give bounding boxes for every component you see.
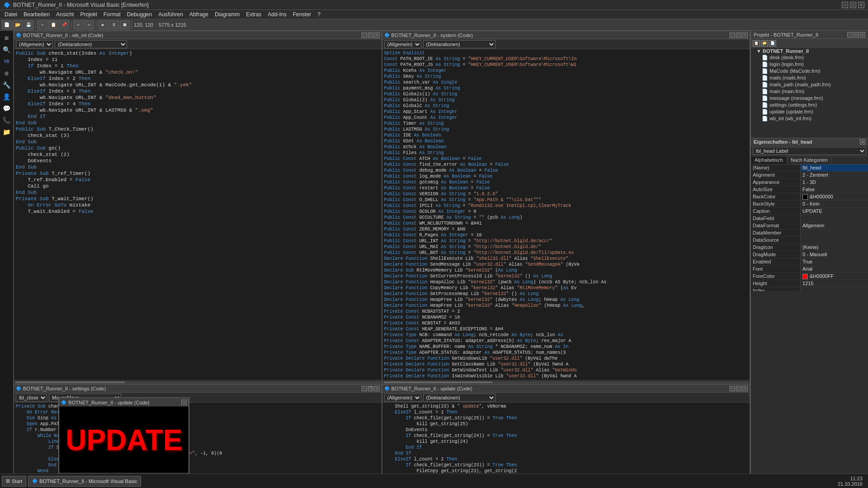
prop-value-11[interactable]: (Keine) xyxy=(801,244,868,251)
prop-value-5[interactable]: 0 - Kein xyxy=(801,201,868,207)
prop-value-13[interactable]: True xyxy=(801,258,868,265)
menu-item-?[interactable]: ? xyxy=(315,10,323,19)
wb-int-scrollbar[interactable] xyxy=(14,380,382,384)
tab-alphabetical[interactable]: Alphabetisch xyxy=(751,156,787,164)
update-combo1[interactable]: (Allgemein) xyxy=(384,394,421,402)
icon-settings[interactable]: ⚙ xyxy=(1,68,12,79)
prop-value-2[interactable]: 1 - 3D xyxy=(801,179,868,186)
prop-value-14[interactable]: Arial xyxy=(801,266,868,272)
update-overlay-panel[interactable]: 🔷 BOTNET_Runner_II - update (Code) × UPD… xyxy=(58,398,189,477)
menu-item-ansicht[interactable]: Ansicht xyxy=(53,10,76,19)
system-combo2[interactable]: (Deklarationen) xyxy=(423,40,495,48)
toolbar-paste-btn[interactable]: 📌 xyxy=(59,20,69,29)
prop-value-4[interactable]: &H000000 xyxy=(801,193,868,200)
menu-item-datei[interactable]: Datei xyxy=(2,10,20,19)
project-item-4[interactable]: 📄 mails_path (mails_path.frm) xyxy=(751,81,868,88)
wb-int-combo2[interactable]: (Deklarationen) xyxy=(55,40,127,48)
prop-value-6[interactable]: UPDATE xyxy=(801,208,868,215)
project-item-9[interactable]: 📄 wb_int (wb_int.frm) xyxy=(751,115,868,122)
prop-value-7[interactable] xyxy=(801,215,868,222)
wb-int-min-btn[interactable]: − xyxy=(362,33,367,38)
project-view-btn3[interactable]: 📄 xyxy=(769,40,776,47)
project-view-btn2[interactable]: 📁 xyxy=(761,40,768,47)
prop-value-1[interactable]: 2 - Zentriert xyxy=(801,172,868,178)
icon-user[interactable]: 👤 xyxy=(1,91,12,102)
project-item-7[interactable]: 📄 settings (settings.frm) xyxy=(751,102,868,108)
menu-item-bearbeiten[interactable]: Bearbeiten xyxy=(21,10,52,19)
system-scrollbar[interactable] xyxy=(382,380,750,384)
update-min-btn[interactable]: − xyxy=(730,386,735,391)
prop-value-9[interactable] xyxy=(801,230,868,236)
icon-vb[interactable]: VB xyxy=(1,56,12,67)
update-max-btn[interactable]: □ xyxy=(736,386,741,391)
icon-folder[interactable]: 📁 xyxy=(1,127,12,137)
right-panel-close-btn[interactable]: × xyxy=(860,32,865,38)
project-view-btn1[interactable]: 📋 xyxy=(753,40,760,47)
menu-item-debuggen[interactable]: Debuggen xyxy=(124,10,155,19)
settings-close-btn[interactable]: × xyxy=(374,386,380,391)
project-root[interactable]: ▼ BOTNET_Runner_II xyxy=(751,48,868,54)
menu-item-extras[interactable]: Extras xyxy=(243,10,264,19)
prop-value-12[interactable]: 0 - Manuell xyxy=(801,251,868,258)
prop-value-8[interactable]: Allgemein xyxy=(801,222,868,229)
settings-min-btn[interactable]: − xyxy=(362,386,367,391)
update-combo2[interactable]: (Deklarationen) xyxy=(423,394,495,402)
menu-item-fenster[interactable]: Fenster xyxy=(290,10,314,19)
update-overlay-close-btn[interactable]: × xyxy=(181,399,187,405)
taskbar-vb-btn[interactable]: 🔷 BOTNET_Runner_II - Microsoft Visual Ba… xyxy=(28,476,141,487)
system-max-btn[interactable]: □ xyxy=(736,33,741,38)
menu-item-projekt[interactable]: Projekt xyxy=(77,10,99,19)
project-item-6[interactable]: 📄 message (message.frm) xyxy=(751,95,868,102)
toolbar-run-btn[interactable]: ▶ xyxy=(98,20,108,29)
menu-item-abfrage[interactable]: Abfrage xyxy=(187,10,211,19)
project-item-3[interactable]: 📄 mails (mails.frm) xyxy=(751,75,868,81)
wb-int-combo1[interactable]: (Allgemein) xyxy=(16,40,53,48)
toolbar-new-btn[interactable]: 📄 xyxy=(2,20,12,29)
prop-value-17[interactable] xyxy=(801,287,868,291)
properties-object-select[interactable]: lbl_head Label xyxy=(753,147,866,155)
menu-item-ausführen[interactable]: Ausführen xyxy=(156,10,186,19)
prop-value-16[interactable]: 1215 xyxy=(801,280,868,287)
toolbar-stop-btn[interactable]: ⏹ xyxy=(120,20,130,29)
toolbar-open-btn[interactable]: 📂 xyxy=(13,20,23,29)
icon-phone[interactable]: 📞 xyxy=(1,115,12,126)
maximize-button[interactable]: □ xyxy=(850,2,856,8)
toolbar-save-btn[interactable]: 💾 xyxy=(24,20,33,29)
toolbar-copy-btn[interactable]: 📋 xyxy=(48,20,58,29)
prop-value-15[interactable]: &H0000FF xyxy=(801,273,868,280)
toolbar-redo-btn[interactable]: ↪ xyxy=(84,20,94,29)
menu-item-add-ins[interactable]: Add-Ins xyxy=(265,10,289,19)
system-close-btn[interactable]: × xyxy=(742,33,748,38)
update-close-btn[interactable]: × xyxy=(742,386,748,391)
project-item-8[interactable]: 📄 update (update.frm) xyxy=(751,108,868,115)
prop-value-3[interactable]: False xyxy=(801,186,868,193)
minimize-button[interactable]: − xyxy=(842,2,848,8)
project-item-5[interactable]: 📄 main (main.frm) xyxy=(751,88,868,95)
system-combo1[interactable]: (Allgemein) xyxy=(384,40,421,48)
toolbar-cut-btn[interactable]: ✂ xyxy=(38,20,47,29)
toolbar-pause-btn[interactable]: ⏸ xyxy=(109,20,119,29)
project-item-1[interactable]: 📄 login (login.frm) xyxy=(751,61,868,68)
prop-value-10[interactable] xyxy=(801,237,868,244)
settings-restore-btn[interactable]: ❐ xyxy=(368,386,373,391)
right-panel-max-btn[interactable]: □ xyxy=(854,32,859,38)
wb-int-max-btn[interactable]: □ xyxy=(368,33,373,38)
right-panel-min-btn[interactable]: − xyxy=(847,32,853,38)
close-button[interactable]: × xyxy=(858,2,864,8)
icon-chat[interactable]: 💬 xyxy=(1,103,12,114)
icon-search[interactable]: 🔍 xyxy=(1,44,12,55)
icon-home[interactable]: ⊞ xyxy=(1,33,12,43)
start-button[interactable]: ⊞ Start xyxy=(2,476,26,487)
props-close-btn[interactable]: × xyxy=(860,139,865,145)
prop-value-0[interactable]: lbl_head xyxy=(801,164,868,171)
icon-tools[interactable]: 🔧 xyxy=(1,80,12,90)
menu-item-format[interactable]: Format xyxy=(101,10,123,19)
settings-combo1[interactable]: lbl_close xyxy=(16,394,47,402)
project-item-0[interactable]: 📄 desk (desk.frm) xyxy=(751,54,868,61)
menu-item-diagramm[interactable]: Diagramm xyxy=(212,10,242,19)
system-min-btn[interactable]: − xyxy=(730,33,735,38)
project-item-2[interactable]: 📄 MaCode (MaCode.frm) xyxy=(751,68,868,75)
toolbar-undo-btn[interactable]: ↩ xyxy=(73,20,83,29)
tab-categories[interactable]: Nach Kategorien xyxy=(787,156,832,164)
wb-int-close-btn[interactable]: × xyxy=(374,33,380,38)
